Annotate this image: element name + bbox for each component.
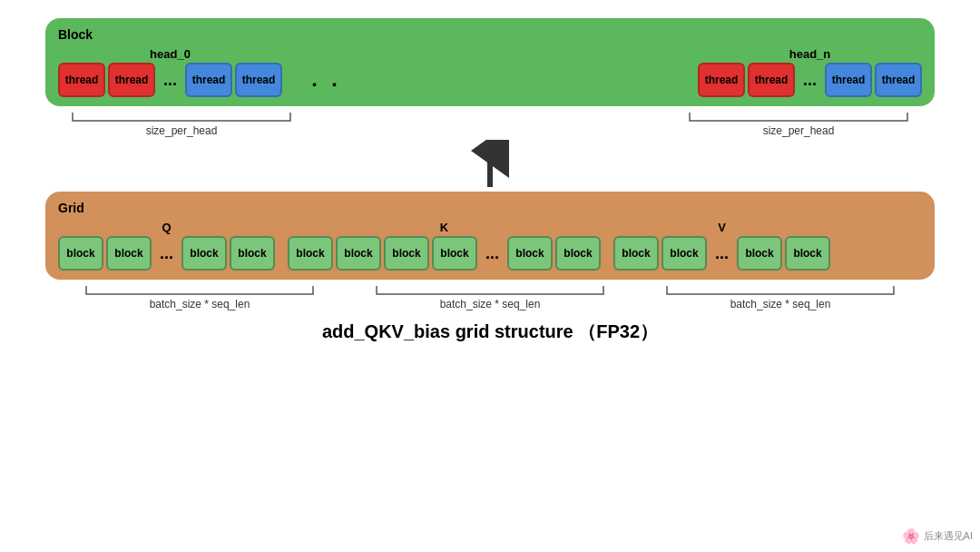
up-arrow-svg bbox=[467, 140, 513, 190]
grid-container: Grid Q block block ... block block K blo… bbox=[45, 192, 935, 280]
block-box-q3: block bbox=[181, 236, 227, 271]
thread-box-blue-2: thread bbox=[235, 63, 282, 97]
q-dots: ... bbox=[154, 244, 179, 263]
block-box-v4: block bbox=[785, 236, 830, 271]
thread-box-blue-4: thread bbox=[875, 63, 922, 97]
thread-box-blue-1: thread bbox=[185, 63, 232, 97]
dots-2: ... bbox=[798, 71, 822, 90]
k-boxes-row: block block block block ... block block bbox=[288, 236, 601, 271]
block-box-k3: block bbox=[384, 236, 429, 271]
block-box-k6: block bbox=[555, 236, 601, 271]
block-box-k1: block bbox=[288, 236, 333, 271]
arrow-section bbox=[467, 137, 513, 192]
grid-bracket-v-svg bbox=[658, 281, 903, 298]
batch-seq-label-v: batch_size * seq_len bbox=[730, 298, 831, 310]
k-dots: ... bbox=[480, 244, 505, 263]
bracket-left-svg bbox=[64, 108, 299, 124]
thread-box-red-1: thread bbox=[58, 63, 105, 97]
v-dots: ... bbox=[710, 244, 734, 263]
big-dots-mid: ．． bbox=[286, 52, 362, 94]
batch-seq-q: batch_size * seq_len bbox=[68, 281, 331, 310]
k-group: K block block block block ... block bloc… bbox=[288, 221, 601, 271]
batch-seq-label-q: batch_size * seq_len bbox=[150, 298, 250, 310]
size-per-head-label-left: size_per_head bbox=[146, 124, 218, 137]
block-label: Block bbox=[58, 27, 922, 42]
watermark-text: 后来遇见AI bbox=[924, 529, 973, 543]
headn-group: head_n thread thread ... thread thread bbox=[698, 47, 922, 97]
block-inner-row: head_0 thread thread ... thread thread ．… bbox=[58, 47, 922, 97]
block-box-k2: block bbox=[336, 236, 381, 271]
block-container: Block head_0 thread thread ... thread th… bbox=[45, 18, 935, 106]
dots-1: ... bbox=[158, 71, 182, 90]
block-box-q4: block bbox=[230, 236, 275, 271]
q-boxes-row: block block ... block block bbox=[58, 236, 275, 271]
q-group: Q block block ... block block bbox=[58, 221, 275, 271]
thread-box-red-3: thread bbox=[698, 63, 745, 97]
page-title: add_QKV_bias grid structure （FP32） bbox=[322, 320, 658, 344]
thread-row-head0: thread thread ... thread thread bbox=[58, 63, 282, 97]
size-per-head-left: size_per_head bbox=[54, 108, 309, 137]
thread-box-blue-3: thread bbox=[825, 63, 872, 97]
head0-group: head_0 thread thread ... thread thread bbox=[58, 47, 282, 97]
size-per-head-right: size_per_head bbox=[671, 108, 926, 137]
thread-box-red-4: thread bbox=[748, 63, 795, 97]
block-box-q1: block bbox=[58, 236, 103, 271]
batch-seq-v: batch_size * seq_len bbox=[649, 281, 912, 310]
grid-bracket-q-svg bbox=[77, 281, 322, 298]
watermark: 🌸 后来遇见AI bbox=[902, 527, 973, 545]
v-group: V block block ... block block bbox=[613, 221, 830, 271]
block-box-q2: block bbox=[106, 236, 152, 271]
v-boxes-row: block block ... block block bbox=[613, 236, 830, 271]
size-per-head-label-right: size_per_head bbox=[763, 124, 835, 137]
grid-bracket-k-svg bbox=[368, 281, 612, 298]
batch-seq-k: batch_size * seq_len bbox=[358, 281, 622, 310]
block-box-v2: block bbox=[662, 236, 707, 271]
batch-seq-label-k: batch_size * seq_len bbox=[440, 298, 541, 310]
block-box-v1: block bbox=[613, 236, 659, 271]
v-label: V bbox=[718, 221, 726, 234]
head0-label: head_0 bbox=[150, 47, 191, 61]
k-label: K bbox=[440, 221, 448, 234]
block-box-v3: block bbox=[737, 236, 782, 271]
headn-label: head_n bbox=[789, 47, 831, 61]
q-label: Q bbox=[162, 221, 171, 234]
block-box-k4: block bbox=[432, 236, 477, 271]
block-box-k5: block bbox=[507, 236, 553, 271]
grid-label: Grid bbox=[58, 201, 922, 215]
grid-inner-row: Q block block ... block block K block bl… bbox=[58, 221, 922, 271]
bracket-right-svg bbox=[681, 108, 916, 124]
thread-row-headn: thread thread ... thread thread bbox=[698, 63, 922, 97]
diagram-container: Block head_0 thread thread ... thread th… bbox=[36, 18, 944, 344]
thread-box-red-2: thread bbox=[108, 63, 155, 97]
